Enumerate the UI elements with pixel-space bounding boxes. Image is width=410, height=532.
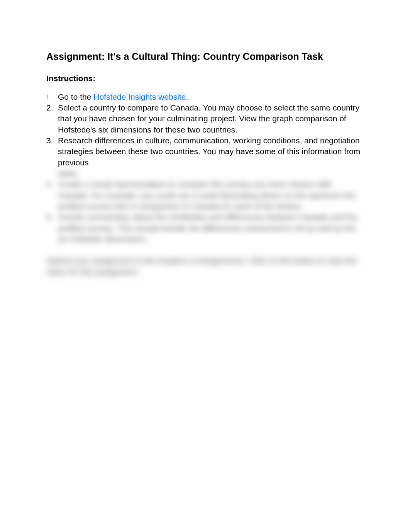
item3-text: Research differences in culture, communi… — [58, 136, 360, 167]
instructions-heading: Instructions: — [46, 74, 95, 83]
list-item-1: Go to the Hofstede Insights website. — [46, 92, 364, 102]
item1-suffix: . — [186, 92, 188, 101]
list-item-3: Research differences in culture, communi… — [46, 135, 364, 179]
list-item-5-blurred: Include commentary about the similaritie… — [46, 212, 364, 245]
item3-blurred: tasks. — [58, 168, 364, 179]
list-item-4-blurred: Create a visual representation to compar… — [46, 179, 364, 212]
item1-prefix: Go to the — [58, 92, 93, 101]
list-item-2: Select a country to compare to Canada. Y… — [46, 102, 364, 135]
instructions-list: Go to the Hofstede Insights website. Sel… — [46, 92, 364, 245]
hofstede-link[interactable]: Hofstede Insights website — [93, 92, 186, 101]
assignment-title: Assignment: It's a Cultural Thing: Count… — [46, 50, 364, 63]
footer-blurred: Submit your assignment to the dropbox in… — [46, 255, 364, 277]
